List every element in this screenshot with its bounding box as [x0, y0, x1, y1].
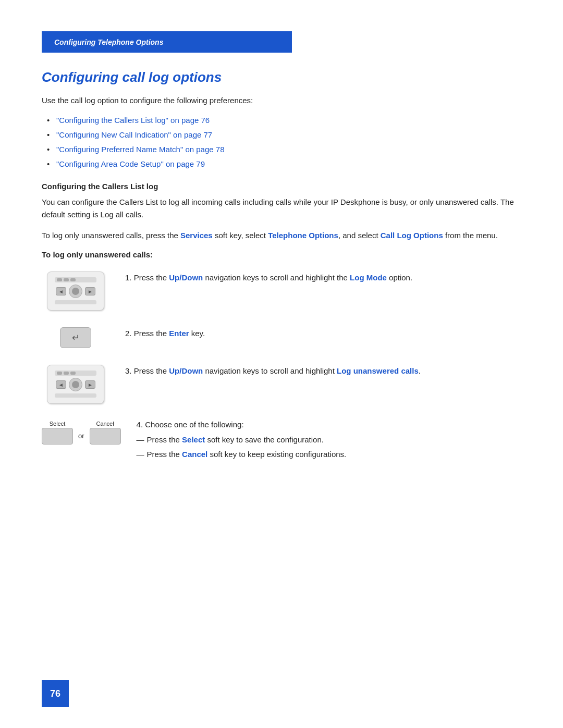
step-1-highlight1: Up/Down: [169, 273, 203, 282]
center-key-inner-2: [72, 381, 79, 388]
step-2-end: key.: [189, 329, 205, 338]
page-container: Configuring Telephone Options Configurin…: [0, 0, 563, 520]
center-key-inner: [72, 288, 79, 295]
sub-heading: To log only unanswered calls:: [42, 250, 521, 259]
left-arrow-icon: ◄: [56, 287, 66, 295]
step-3-highlight1: Up/Down: [169, 366, 203, 375]
link-area-code[interactable]: "Configuring Area Code Setup" on page 79: [56, 159, 205, 168]
step-3-highlight2: Log unanswered calls: [337, 366, 419, 375]
link-new-call[interactable]: "Configuring New Call Indication" on pag…: [56, 130, 212, 139]
enter-key-device: ↵: [60, 327, 91, 348]
dash-item-cancel: Press the Cancel soft key to keep existi…: [137, 449, 521, 461]
step-2-row: ↵ 2. Press the Enter key.: [42, 325, 521, 348]
step-3-text: 3. Press the Up/Down navigation keys to …: [125, 363, 521, 377]
calllog-keyword: Call Log Options: [381, 231, 443, 240]
step-2-image: ↵: [42, 325, 109, 348]
step-1-number: 1.: [125, 273, 132, 282]
nav-keys-device-2: ◄ ►: [47, 365, 104, 404]
step-4-text: 4. Choose one of the following: Press th…: [137, 418, 521, 464]
mid-row-2: ◄ ►: [56, 378, 95, 391]
right-arrow-icon: ►: [85, 287, 95, 295]
step-2-number: 2.: [125, 329, 132, 338]
select-softkey-group: Select: [42, 421, 73, 445]
softkey-or-text: or: [76, 425, 87, 440]
step-3-mid: navigation keys to scroll and highlight: [203, 366, 337, 375]
services-keyword: Services: [180, 231, 213, 240]
cancel-softkey-image: [90, 428, 121, 445]
body2-mid: soft key, select: [213, 231, 268, 240]
step-3-prefix: Press the: [134, 366, 169, 375]
section-heading: Configuring the Callers List log: [42, 182, 521, 191]
top-strip-2: [55, 371, 96, 376]
dash1-end: soft key to save the configuration.: [205, 435, 324, 444]
step-1-text: 1. Press the Up/Down navigation keys to …: [125, 269, 521, 284]
step-1-image: ◄ ►: [42, 269, 109, 311]
page-title: Configuring call log options: [42, 69, 521, 85]
bottom-strip: [55, 300, 96, 304]
step-3-number: 3.: [125, 366, 132, 375]
dash1-highlight: Select: [182, 435, 205, 444]
header-banner-text: Configuring Telephone Options: [54, 38, 163, 46]
dash2-prefix: Press the: [147, 450, 182, 459]
step-1-end: option.: [387, 273, 412, 282]
top-key-3: [70, 278, 76, 281]
left-arrow-icon-2: ◄: [56, 380, 66, 389]
step-3-end: .: [419, 366, 421, 375]
step-1-mid: navigation keys to scroll and highlight …: [203, 273, 350, 282]
cancel-softkey-group: Cancel: [90, 421, 121, 445]
top-key-4: [57, 372, 62, 375]
top-key-6: [70, 372, 76, 375]
list-item: "Configuring Preferred Name Match" on pa…: [47, 143, 521, 156]
page-number: 76: [50, 688, 60, 699]
body2-prefix: To log only unanswered calls, press the: [42, 231, 180, 240]
telephone-options-keyword: Telephone Options: [268, 231, 338, 240]
bullet-links-list: "Configuring the Callers List log" on pa…: [42, 114, 521, 170]
nav-keys-device-1: ◄ ►: [47, 272, 104, 311]
step-4-number: 4.: [137, 420, 143, 429]
steps-container: ◄ ► 1. Press the Up/Down navigation keys…: [42, 269, 521, 464]
step4-dash-list: Press the Select soft key to save the co…: [137, 434, 521, 461]
dash1-prefix: Press the: [147, 435, 182, 444]
select-softkey-image: [42, 428, 73, 445]
step-1-highlight2: Log Mode: [350, 273, 387, 282]
right-arrow-icon-2: ►: [85, 380, 95, 389]
intro-text: Use the call log option to configure the…: [42, 95, 521, 107]
link-callers-list[interactable]: "Configuring the Callers List log" on pa…: [56, 116, 210, 125]
top-key-2: [64, 278, 69, 281]
top-strip: [55, 277, 96, 282]
step-1-prefix: Press the: [134, 273, 169, 282]
step-4-intro: Choose one of the following:: [145, 420, 243, 429]
list-item: "Configuring the Callers List log" on pa…: [47, 114, 521, 127]
top-key-5: [64, 372, 69, 375]
step-4-image: Select or Cancel: [42, 418, 121, 445]
step-3-image: ◄ ►: [42, 363, 109, 404]
header-banner: Configuring Telephone Options: [42, 31, 292, 53]
softkey-container: Select or Cancel: [42, 421, 121, 445]
section-body1: You can configure the Callers List to lo…: [42, 196, 521, 221]
dash-item-select: Press the Select soft key to save the co…: [137, 434, 521, 446]
select-label: Select: [50, 421, 66, 427]
list-item: "Configuring Area Code Setup" on page 79: [47, 158, 521, 170]
dash2-end: soft key to keep existing configurations…: [207, 450, 346, 459]
page-number-box: 76: [42, 680, 69, 707]
center-nav-key: [69, 285, 82, 298]
center-nav-key-2: [69, 378, 82, 391]
step-1-row: ◄ ► 1. Press the Up/Down navigation keys…: [42, 269, 521, 311]
body2-suffix: from the menu.: [443, 231, 498, 240]
mid-row: ◄ ►: [56, 285, 95, 298]
step-2-highlight1: Enter: [169, 329, 189, 338]
link-preferred-name[interactable]: "Configuring Preferred Name Match" on pa…: [56, 145, 225, 154]
step-2-text: 2. Press the Enter key.: [125, 325, 521, 340]
step-4-row: Select or Cancel 4. Choose one of the fo…: [42, 418, 521, 464]
dash2-highlight: Cancel: [182, 450, 207, 459]
section-body2: To log only unanswered calls, press the …: [42, 229, 521, 242]
body2-end: , and select: [338, 231, 381, 240]
step-3-row: ◄ ► 3. Press the Up/Down navigation keys…: [42, 363, 521, 404]
list-item: "Configuring New Call Indication" on pag…: [47, 129, 521, 141]
step-2-prefix: Press the: [134, 329, 169, 338]
bottom-strip-2: [55, 393, 96, 398]
top-key-1: [57, 278, 62, 281]
cancel-label: Cancel: [96, 421, 114, 427]
